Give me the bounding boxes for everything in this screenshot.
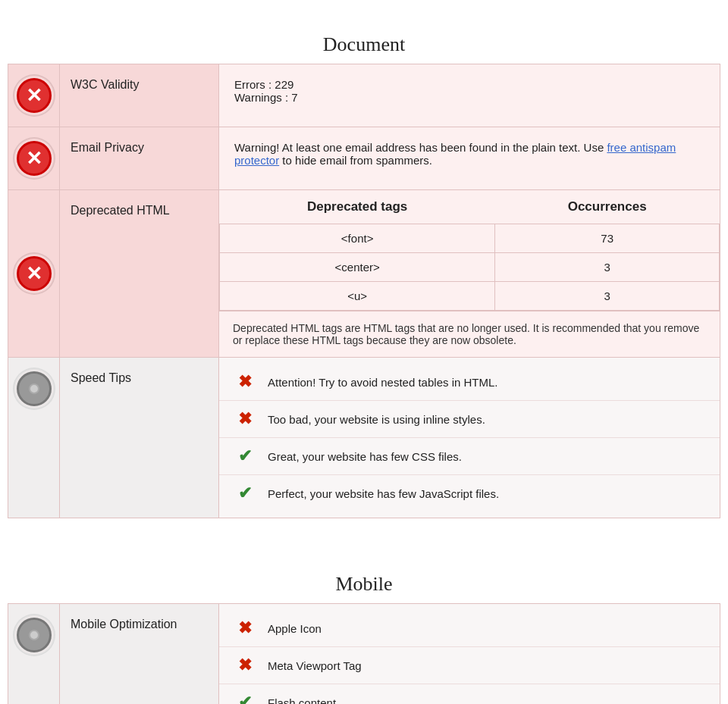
deprecated-html-content: Deprecated tags Occurrences <font> 73 <c… [219, 190, 720, 358]
mobile-opt-list: ✖ Apple Icon ✖ Meta Viewport Tag ✔ Flash… [219, 604, 720, 704]
table-row: <font> 73 [220, 224, 720, 253]
list-item: ✖ Attention! Try to avoid nested tables … [219, 364, 720, 401]
w3c-validity-icon-cell: ✕ [8, 64, 60, 127]
mobile-section-title: Mobile [0, 573, 728, 596]
gray-icon-inner [29, 630, 39, 640]
speed-tips-label: Speed Tips [60, 358, 219, 518]
section-spacer [0, 518, 728, 555]
deprecated-note: Deprecated HTML tags are HTML tags that … [219, 311, 720, 357]
list-item: ✖ Apple Icon [219, 610, 720, 647]
dep-count-u: 3 [495, 282, 720, 311]
error-x-icon: ✖ [234, 655, 256, 676]
list-item: ✖ Too bad, your website is using inline … [219, 401, 720, 438]
speed-tips-icon-cell [8, 358, 60, 518]
table-row: Speed Tips ✖ Attention! Try to avoid nes… [8, 358, 720, 518]
document-table: ✕ W3C Validity Errors : 229Warnings : 7 … [8, 64, 720, 518]
mobile-opt-icon-cell [8, 604, 60, 705]
dep-tag-u: <u> [220, 282, 495, 311]
list-item: ✔ Flash content [219, 684, 720, 704]
error-x-icon: ✖ [234, 408, 256, 430]
dep-count-font: 73 [495, 224, 720, 253]
list-item: ✖ Meta Viewport Tag [219, 647, 720, 684]
antispam-link[interactable]: free antispam protector [234, 141, 676, 167]
error-icon: ✕ [17, 78, 52, 113]
deprecated-html-icon-cell: ✕ [8, 190, 60, 358]
ok-check-icon: ✔ [234, 692, 256, 704]
error-icon: ✕ [17, 256, 52, 291]
mobile-opt-text-3: Flash content [268, 696, 336, 705]
dep-tag-center: <center> [220, 253, 495, 282]
speed-tips-content: ✖ Attention! Try to avoid nested tables … [219, 358, 720, 518]
error-x-icon: ✖ [234, 618, 256, 639]
w3c-validity-text: Errors : 229Warnings : 7 [219, 64, 720, 117]
speed-tip-text-3: Great, your website has few CSS files. [268, 450, 462, 463]
table-row: ✕ Deprecated HTML Deprecated tags Occurr… [8, 190, 720, 358]
error-icon: ✕ [17, 141, 52, 176]
gray-icon [17, 618, 52, 652]
email-privacy-icon-cell: ✕ [8, 127, 60, 190]
w3c-validity-content: Errors : 229Warnings : 7 [219, 64, 720, 127]
table-row: <u> 3 [220, 282, 720, 311]
email-privacy-content: Warning! At least one email address has … [219, 127, 720, 190]
table-row: ✕ Email Privacy Warning! At least one em… [8, 127, 720, 190]
gray-icon-inner [29, 383, 39, 394]
dep-count-center: 3 [495, 253, 720, 282]
deprecated-tags-col1-header: Deprecated tags [220, 190, 495, 224]
document-section-title: Document [0, 33, 728, 56]
deprecated-tags-col2-header: Occurrences [495, 190, 720, 224]
table-row: <center> 3 [220, 253, 720, 282]
table-row: Mobile Optimization ✖ Apple Icon ✖ Meta … [8, 604, 720, 705]
mobile-opt-text-2: Meta Viewport Tag [268, 659, 362, 672]
speed-tip-text-4: Perfect, your website has few JavaScript… [268, 487, 499, 500]
dep-tag-font: <font> [220, 224, 495, 253]
mobile-opt-label: Mobile Optimization [60, 604, 219, 705]
mobile-table: Mobile Optimization ✖ Apple Icon ✖ Meta … [8, 603, 720, 704]
gray-icon [17, 371, 52, 406]
list-item: ✔ Great, your website has few CSS files. [219, 438, 720, 475]
speed-tip-text-2: Too bad, your website is using inline st… [268, 413, 485, 426]
mobile-opt-text-1: Apple Icon [268, 622, 322, 635]
speed-tip-text-1: Attention! Try to avoid nested tables in… [268, 376, 498, 389]
email-privacy-label: Email Privacy [60, 127, 219, 190]
deprecated-html-label: Deprecated HTML [60, 190, 219, 358]
mobile-opt-content: ✖ Apple Icon ✖ Meta Viewport Tag ✔ Flash… [219, 604, 720, 705]
error-x-icon: ✖ [234, 371, 256, 393]
speed-tips-list: ✖ Attention! Try to avoid nested tables … [219, 358, 720, 518]
w3c-validity-label: W3C Validity [60, 64, 219, 127]
email-privacy-text: Warning! At least one email address has … [219, 127, 720, 180]
ok-check-icon: ✔ [234, 446, 256, 467]
ok-check-icon: ✔ [234, 483, 256, 504]
deprecated-tags-table: Deprecated tags Occurrences <font> 73 <c… [219, 190, 720, 311]
list-item: ✔ Perfect, your website has few JavaScri… [219, 475, 720, 512]
table-row: ✕ W3C Validity Errors : 229Warnings : 7 [8, 64, 720, 127]
